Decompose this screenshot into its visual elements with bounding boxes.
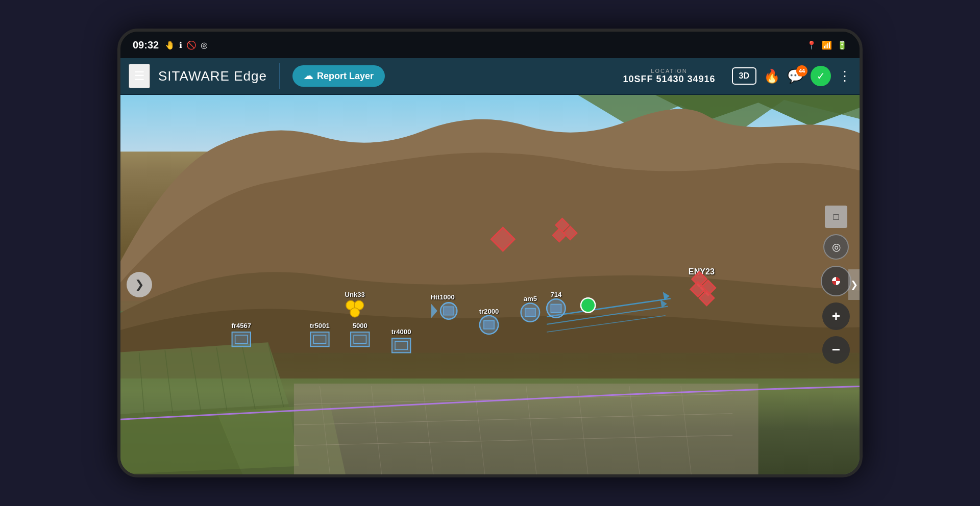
square-icon: □ bbox=[834, 212, 839, 222]
app-name-light: Edge bbox=[230, 68, 267, 84]
location-coords: 10SFF 51430 34916 bbox=[623, 74, 715, 85]
circle-icon: ◎ bbox=[832, 241, 841, 253]
map-circle-button[interactable]: ◎ bbox=[823, 234, 849, 260]
device-frame: 09:32 🤚 ℹ 🚫 ◎ 📍 📶 🔋 ☰ SITAWARE Edge ☁ Re… bbox=[117, 29, 863, 477]
svg-text:714: 714 bbox=[550, 291, 562, 298]
3d-toggle-button[interactable]: 3D bbox=[732, 67, 756, 85]
chat-badge: 44 bbox=[796, 65, 807, 77]
status-bar: 09:32 🤚 ℹ 🚫 ◎ 📍 📶 🔋 bbox=[120, 32, 860, 58]
battery-icon: 🔋 bbox=[837, 40, 847, 50]
svg-rect-49 bbox=[525, 309, 535, 317]
svg-text:tr2000: tr2000 bbox=[479, 308, 499, 315]
right-controls: □ ◎ + − bbox=[821, 206, 851, 364]
svg-text:5000: 5000 bbox=[353, 322, 368, 330]
app-name-bold: SITAWARE bbox=[158, 68, 230, 84]
svg-text:tr5001: tr5001 bbox=[310, 322, 330, 330]
svg-text:tr4000: tr4000 bbox=[391, 328, 411, 336]
no-entry-icon: 🚫 bbox=[186, 40, 197, 50]
svg-text:fr4567: fr4567 bbox=[231, 322, 251, 330]
toolbar-actions: 3D 🔥 💬 44 ✓ ⋮ bbox=[732, 66, 851, 86]
svg-text:am5: am5 bbox=[524, 295, 537, 302]
target-circle-icon: ◎ bbox=[201, 40, 208, 50]
status-check-button[interactable]: ✓ bbox=[811, 66, 831, 86]
status-time: 09:32 bbox=[133, 39, 159, 51]
map-svg: fr4567 tr5001 Unk33 5000 bbox=[120, 95, 860, 474]
fire-icon[interactable]: 🔥 bbox=[764, 68, 780, 84]
svg-rect-43 bbox=[444, 307, 454, 315]
sidebar-toggle-button[interactable]: ❯ bbox=[127, 272, 152, 297]
cloud-icon: ☁ bbox=[304, 70, 313, 82]
svg-point-33 bbox=[350, 308, 359, 317]
svg-text:Unk33: Unk33 bbox=[345, 291, 364, 298]
svg-rect-52 bbox=[551, 304, 561, 312]
compass-button[interactable] bbox=[821, 266, 851, 296]
location-label: LOCATION bbox=[623, 68, 715, 74]
svg-point-53 bbox=[581, 298, 595, 312]
sidebar-chevron-icon: ❯ bbox=[135, 278, 144, 291]
scroll-right-button[interactable]: ❯ bbox=[848, 269, 860, 300]
location-info: LOCATION 10SFF 51430 34916 bbox=[623, 68, 715, 85]
info-circle-icon: ℹ bbox=[179, 40, 182, 50]
report-layer-button[interactable]: ☁ Report Layer bbox=[292, 65, 385, 87]
app-title: SITAWARE Edge bbox=[158, 68, 267, 84]
location-pin-icon: 📍 bbox=[806, 40, 817, 50]
wifi-icon: 📶 bbox=[822, 40, 832, 50]
svg-text:Htt1000: Htt1000 bbox=[430, 293, 454, 301]
svg-rect-46 bbox=[484, 321, 494, 329]
toolbar-divider bbox=[279, 63, 280, 89]
map-container[interactable]: fr4567 tr5001 Unk33 5000 bbox=[120, 95, 860, 474]
menu-button[interactable]: ☰ bbox=[129, 64, 150, 88]
scroll-right-icon: ❯ bbox=[850, 279, 858, 290]
svg-rect-7 bbox=[294, 384, 758, 474]
chat-button[interactable]: 💬 44 bbox=[787, 68, 803, 84]
status-right: 📍 📶 🔋 bbox=[806, 40, 847, 50]
map-square-button[interactable]: □ bbox=[825, 206, 847, 228]
compass-rose bbox=[832, 277, 840, 285]
zoom-out-button[interactable]: − bbox=[822, 336, 850, 364]
toolbar: ☰ SITAWARE Edge ☁ Report Layer LOCATION … bbox=[120, 58, 860, 95]
hand-wave-icon: 🤚 bbox=[165, 40, 175, 50]
status-left: 09:32 🤚 ℹ 🚫 ◎ bbox=[133, 39, 208, 51]
more-options-button[interactable]: ⋮ bbox=[838, 68, 851, 84]
zoom-in-button[interactable]: + bbox=[822, 302, 850, 330]
status-icons: 🤚 ℹ 🚫 ◎ bbox=[165, 40, 208, 50]
report-layer-label: Report Layer bbox=[317, 71, 374, 82]
